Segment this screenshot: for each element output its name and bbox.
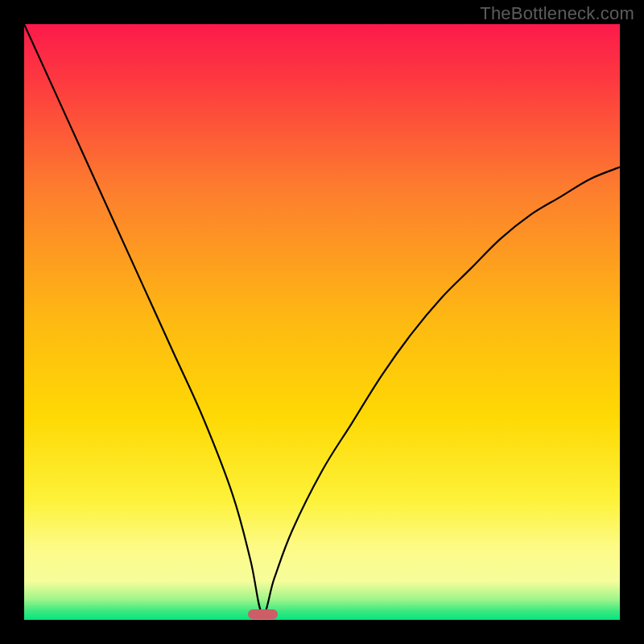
gradient-background xyxy=(24,24,620,620)
chart-frame: TheBottleneck.com xyxy=(0,0,644,644)
plot-area xyxy=(24,24,620,620)
optimal-point-marker xyxy=(248,609,278,619)
plot-svg xyxy=(24,24,620,620)
attribution-label: TheBottleneck.com xyxy=(480,3,634,24)
